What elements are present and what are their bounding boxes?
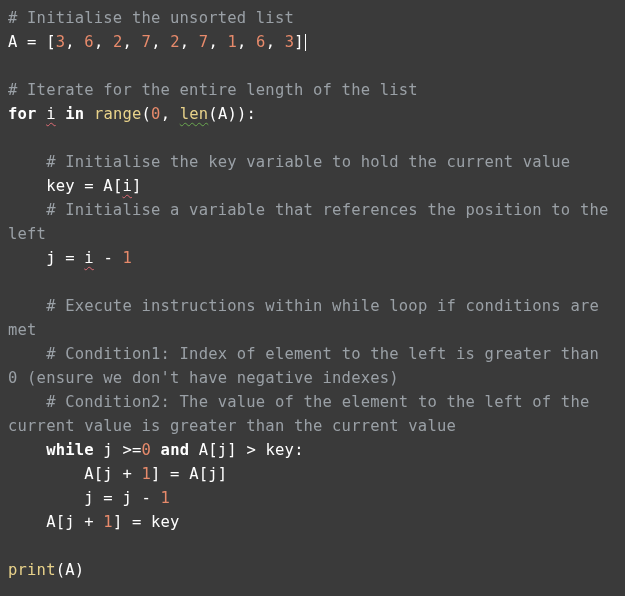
op-assign-4: = [161, 465, 190, 483]
num-5: 7 [199, 33, 209, 51]
comment-init-list: # Initialise the unsorted list [8, 9, 294, 27]
var-i-2: i [122, 177, 132, 195]
fn-range: range [94, 105, 142, 123]
A-close-2: ] [151, 465, 161, 483]
kw-for: for [8, 105, 37, 123]
num-one-1: 1 [122, 249, 132, 267]
sep-2: , [123, 33, 142, 51]
A-close-1: ] [132, 177, 142, 195]
colon-1: : [247, 105, 257, 123]
paren-open-3: ( [56, 561, 66, 579]
op-minus-2: - [132, 489, 161, 507]
comment-init-key: # Initialise the key variable to hold th… [46, 153, 570, 171]
num-3: 7 [142, 33, 152, 51]
fn-print: print [8, 561, 56, 579]
num-zero-1: 0 [151, 105, 161, 123]
A-jplus-2: A[j + [46, 513, 103, 531]
op-gt: > [237, 441, 266, 459]
comment-cond2: # Condition2: The value of the element t… [8, 393, 599, 435]
paren-open-2: ( [208, 105, 218, 123]
op-assign: = [18, 33, 47, 51]
var-j-2: j [103, 441, 113, 459]
sep-range: , [161, 105, 180, 123]
paren-close-2: ) [227, 105, 237, 123]
comment-exec-while: # Execute instructions within while loop… [8, 297, 609, 339]
sep-0: , [65, 33, 84, 51]
num-zero-2: 0 [142, 441, 152, 459]
A-j-2: A[j] [189, 465, 227, 483]
A-jplus-1: A[j + [84, 465, 141, 483]
op-assign-3: = [56, 249, 85, 267]
colon-2: : [294, 441, 304, 459]
paren-close-3: ) [75, 561, 85, 579]
bracket-open: [ [46, 33, 56, 51]
var-j-4: j [122, 489, 132, 507]
var-j-3: j [84, 489, 94, 507]
sep-5: , [208, 33, 227, 51]
var-A-print: A [65, 561, 75, 579]
paren-close-1: ) [237, 105, 247, 123]
A-j-1: A[j] [199, 441, 237, 459]
var-i-3: i [84, 249, 94, 267]
num-1: 6 [84, 33, 94, 51]
comment-init-j: # Initialise a variable that references … [8, 201, 618, 243]
sep-4: , [180, 33, 199, 51]
kw-in: in [65, 105, 84, 123]
kw-and: and [161, 441, 190, 459]
kw-while: while [46, 441, 94, 459]
var-key: key [46, 177, 75, 195]
num-7: 6 [256, 33, 266, 51]
text-cursor [305, 34, 306, 51]
num-one-2: 1 [141, 465, 151, 483]
A-close-3: ] [113, 513, 123, 531]
op-gte: >= [113, 441, 142, 459]
var-i-squiggle: i [46, 105, 56, 123]
num-8: 3 [285, 33, 295, 51]
num-6: 1 [227, 33, 237, 51]
code-block: # Initialise the unsorted list A = [3, 6… [0, 0, 625, 588]
op-assign-6: = [122, 513, 151, 531]
sep-6: , [237, 33, 256, 51]
op-minus-1: - [94, 249, 123, 267]
comment-iterate: # Iterate for the entire length of the l… [8, 81, 418, 99]
paren-open-1: ( [142, 105, 152, 123]
num-one-3: 1 [161, 489, 171, 507]
A-open-1: A[ [103, 177, 122, 195]
num-0: 3 [56, 33, 66, 51]
sep-3: , [151, 33, 170, 51]
comment-cond1: # Condition1: Index of element to the le… [8, 345, 609, 387]
num-2: 2 [113, 33, 123, 51]
op-assign-2: = [75, 177, 104, 195]
fn-len: len [180, 105, 209, 123]
var-key-2: key [266, 441, 295, 459]
num-4: 2 [170, 33, 180, 51]
var-A: A [8, 33, 18, 51]
num-one-4: 1 [103, 513, 113, 531]
var-A-arg: A [218, 105, 228, 123]
bracket-close: ] [294, 33, 304, 51]
var-key-3: key [151, 513, 180, 531]
var-j: j [46, 249, 56, 267]
sep-7: , [266, 33, 285, 51]
sep-1: , [94, 33, 113, 51]
op-assign-5: = [94, 489, 123, 507]
